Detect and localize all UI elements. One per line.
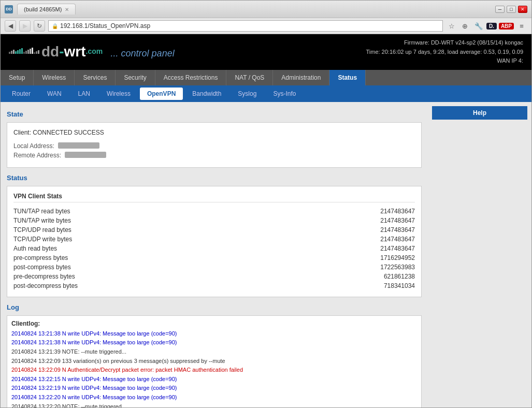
- stats-label: post-decompress bytes: [13, 282, 78, 289]
- menu-icon[interactable]: ≡: [516, 20, 527, 32]
- state-box: Client: CONNECTED SUCCESS Local Address:…: [7, 122, 422, 168]
- stats-value: 2147483647: [380, 217, 415, 224]
- stats-value: 621861238: [384, 273, 415, 280]
- client-status-text: Client: CONNECTED SUCCESS: [13, 129, 104, 136]
- help-button[interactable]: Help: [432, 106, 527, 120]
- sub-nav: Router WAN LAN Wireless OpenVPN Bandwidt…: [1, 85, 531, 102]
- logo-dd: dd: [41, 43, 59, 60]
- log-box[interactable]: Clientlog: 20140824 13:21:38 N write UDP…: [7, 315, 422, 407]
- log-entries: 20140824 13:21:38 N write UDPv4: Message…: [11, 329, 417, 407]
- url-box[interactable]: 🔒 192.168.1/Status_OpenVPN.asp: [48, 20, 443, 32]
- client-status: Client: CONNECTED SUCCESS: [13, 129, 415, 136]
- star-icon[interactable]: ☆: [446, 20, 457, 32]
- logo-panel: ... control panel: [111, 48, 175, 59]
- stats-value: 2147483647: [380, 208, 415, 215]
- refresh-button[interactable]: ↻: [34, 20, 45, 32]
- stats-value: 1716294952: [380, 254, 415, 261]
- title-bar: DD (build 24865M) ✕ ─ □ ✕: [1, 1, 531, 18]
- main-nav: Setup Wireless Services Security Access …: [1, 70, 531, 85]
- stats-value: 2147483647: [380, 236, 415, 243]
- nav-setup[interactable]: Setup: [1, 70, 34, 85]
- extensions-icon[interactable]: 🔧: [473, 20, 484, 32]
- stats-label: post-compress bytes: [13, 264, 71, 271]
- browser-icon: DD: [5, 5, 13, 13]
- nav-access-restrictions[interactable]: Access Restrictions: [155, 70, 227, 85]
- stats-value: 2147483647: [380, 226, 415, 234]
- log-entry: 20140824 13:22:15 N write UDPv4: Message…: [11, 375, 417, 384]
- adblock-icon[interactable]: ABP: [499, 23, 514, 30]
- router-ui: dd-wrt.com ... control panel Firmware: D…: [1, 34, 531, 407]
- logo-wrt: wrt: [64, 43, 86, 60]
- subnav-openvpn[interactable]: OpenVPN: [140, 88, 183, 100]
- state-section-title: State: [7, 110, 422, 118]
- signal-bars: [9, 48, 39, 54]
- tab-title: (build 24865M): [24, 6, 62, 12]
- subnav-sys-info[interactable]: Sys-Info: [266, 88, 303, 100]
- status-box: VPN Client Stats TUN/TAP read bytes21474…: [7, 186, 422, 297]
- back-button[interactable]: ◀: [5, 20, 16, 32]
- stats-table: TUN/TAP read bytes2147483647TUN/TAP writ…: [13, 207, 415, 290]
- log-entry: 20140824 13:22:20 NOTE: --mute triggered…: [11, 402, 417, 407]
- browser-window: DD (build 24865M) ✕ ─ □ ✕ ◀ ▶ ↻ 🔒 192.16…: [0, 0, 532, 408]
- tab-close-button[interactable]: ✕: [65, 7, 69, 12]
- content-area: State Client: CONNECTED SUCCESS Local Ad…: [1, 102, 531, 407]
- stats-row: pre-decompress bytes621861238: [13, 272, 415, 281]
- stats-row: Auth read bytes2147483647: [13, 244, 415, 253]
- status-section-title: Status: [7, 174, 422, 182]
- nav-security[interactable]: Security: [116, 70, 155, 85]
- stats-label: TUN/TAP read bytes: [13, 208, 70, 215]
- sidebar: Help: [428, 102, 531, 407]
- maximize-button[interactable]: □: [507, 6, 516, 13]
- log-entry: 20140824 13:22:09 133 variation(s) on pr…: [11, 357, 417, 366]
- main-content: State Client: CONNECTED SUCCESS Local Ad…: [1, 102, 428, 407]
- local-address-value: [58, 142, 99, 149]
- subnav-wan[interactable]: WAN: [40, 88, 69, 100]
- stats-row: TUN/TAP read bytes2147483647: [13, 207, 415, 216]
- nav-nat-qos[interactable]: NAT / QoS: [226, 70, 273, 85]
- log-entry: 20140824 13:21:38 N write UDPv4: Message…: [11, 338, 417, 347]
- remote-address-label: Remote Address:: [13, 152, 61, 159]
- browser-tab[interactable]: (build 24865M) ✕: [17, 4, 76, 14]
- stats-row: TCP/UDP read bytes2147483647: [13, 225, 415, 235]
- nav-administration[interactable]: Administration: [273, 70, 329, 85]
- stats-row: TUN/TAP write bytes2147483647: [13, 216, 415, 225]
- log-section-title: Log: [7, 303, 422, 311]
- nav-status[interactable]: Status: [329, 70, 366, 85]
- nav-wireless[interactable]: Wireless: [34, 70, 75, 85]
- tab-bar: (build 24865M) ✕: [17, 4, 76, 14]
- logo-area: dd-wrt.com ... control panel: [9, 43, 175, 60]
- wan-ip-info: WAN IP 4:: [366, 56, 523, 66]
- stats-label: Auth read bytes: [13, 245, 57, 252]
- stats-label: pre-compress bytes: [13, 254, 68, 261]
- log-entry: 20140824 13:22:19 N write UDPv4: Message…: [11, 384, 417, 393]
- stats-value: 1722563983: [380, 264, 415, 271]
- log-entry: 20140824 13:21:39 NOTE: --mute triggered…: [11, 347, 417, 357]
- stats-row: post-compress bytes1722563983: [13, 263, 415, 272]
- subnav-syslog[interactable]: Syslog: [231, 88, 264, 100]
- stats-label: TCP/UDP read bytes: [13, 226, 71, 234]
- bookmark-icon[interactable]: ⊕: [459, 20, 471, 32]
- url-text: 192.168.1/Status_OpenVPN.asp: [60, 22, 150, 30]
- minimize-button[interactable]: ─: [495, 6, 505, 13]
- url-lock-icon: 🔒: [52, 23, 58, 29]
- stats-row: post-decompress bytes718341034: [13, 281, 415, 290]
- subnav-router[interactable]: Router: [5, 88, 38, 100]
- firmware-info: Firmware: DD-WRT v24-sp2 (08/15/14) kong…: [366, 38, 523, 48]
- address-bar: ◀ ▶ ↻ 🔒 192.168.1/Status_OpenVPN.asp ☆ ⊕…: [1, 18, 531, 34]
- header-info: Firmware: DD-WRT v24-sp2 (08/15/14) kong…: [366, 38, 523, 66]
- d-extension-icon[interactable]: D.: [486, 23, 497, 30]
- logo-dot: -: [59, 43, 64, 60]
- window-controls: ─ □ ✕: [495, 6, 527, 13]
- forward-button[interactable]: ▶: [19, 20, 31, 32]
- stats-value: 718341034: [384, 282, 415, 289]
- nav-services[interactable]: Services: [75, 70, 116, 85]
- close-button[interactable]: ✕: [518, 6, 527, 13]
- router-body: Setup Wireless Services Security Access …: [1, 70, 531, 407]
- subnav-wireless[interactable]: Wireless: [99, 88, 138, 100]
- remote-address-value: [65, 152, 106, 158]
- subnav-bandwidth[interactable]: Bandwidth: [185, 88, 228, 100]
- stats-row: TCP/UDP write bytes2147483647: [13, 235, 415, 244]
- log-entry: 20140824 13:21:38 N write UDPv4: Message…: [11, 329, 417, 339]
- subnav-lan[interactable]: LAN: [71, 88, 97, 100]
- router-header: dd-wrt.com ... control panel Firmware: D…: [1, 34, 531, 70]
